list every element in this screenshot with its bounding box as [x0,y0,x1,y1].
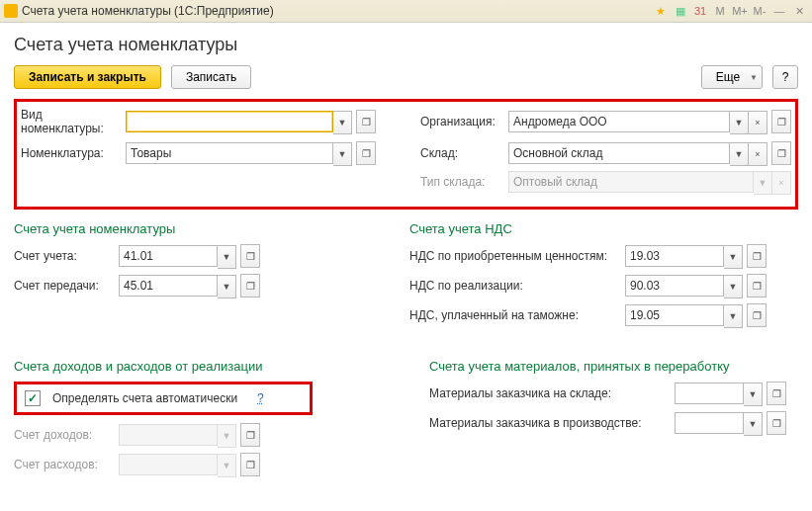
m-icon[interactable]: M [711,3,729,19]
label-vat-acq: НДС по приобретенным ценностям: [409,249,625,263]
page-title: Счета учета номенклатуры [14,35,798,55]
open-icon[interactable]: ❐ [356,141,376,165]
clear-icon[interactable]: × [749,111,767,134]
label-doh: Счет доходов: [14,428,119,442]
input-nomen[interactable]: Товары [126,142,333,164]
label-vid: Вид номенклатуры: [21,108,126,135]
label-org: Организация: [420,115,508,128]
input-peredacha[interactable]: 45.01 [119,275,218,297]
input-mat-sklad[interactable] [675,383,744,404]
section-vat: Счета учета НДС [409,221,798,236]
dropdown-icon[interactable]: ▼ [724,245,743,269]
label-peredacha: Счет передачи: [14,279,119,293]
dropdown-icon: ▼ [218,424,236,448]
label-vat-customs: НДС, уплаченный на таможне: [409,308,625,322]
dropdown-icon[interactable]: ▼ [744,383,763,406]
label-ras: Счет расходов: [14,458,119,471]
label-sklad: Склад: [420,146,508,160]
dropdown-icon[interactable]: ▼ [333,142,352,166]
input-ras [119,454,218,475]
titlebar: Счета учета номенклатуры (1С:Предприятие… [0,0,812,23]
dropdown-icon[interactable]: ▼ [730,142,749,166]
input-vat-acq[interactable]: 19.03 [625,245,724,267]
minimize-icon[interactable]: — [770,3,788,19]
open-icon[interactable]: ❐ [240,274,260,298]
section-accounts: Счета учета номенклатуры [14,221,409,236]
save-button[interactable]: Записать [171,65,251,89]
dropdown-icon[interactable]: ▼ [333,111,352,134]
app-icon [4,4,18,18]
open-icon[interactable]: ❐ [240,423,260,447]
titlebar-actions: ★ ▦ 31 M M+ M- — ✕ [652,3,808,19]
highlight-filters: Вид номенклатуры: ▼ ❐ Организация: Андро… [14,99,798,210]
label-tip: Тип склада: [420,175,508,189]
checkbox-auto[interactable]: ✓ [25,390,41,406]
open-icon[interactable]: ❐ [767,411,786,435]
m-plus-icon[interactable]: M+ [731,3,749,19]
dropdown-icon[interactable]: ▼ [218,275,236,298]
help-link[interactable]: ? [257,391,264,405]
dropdown-icon[interactable]: ▼ [724,304,743,328]
calendar-icon[interactable]: 31 [691,3,709,19]
open-icon[interactable]: ❐ [767,382,786,405]
dropdown-icon[interactable]: ▼ [218,245,236,269]
input-mat-proizv[interactable] [675,412,744,434]
input-vat-customs[interactable]: 19.05 [625,304,724,326]
save-close-button[interactable]: Записать и закрыть [14,65,161,89]
open-icon[interactable]: ❐ [771,141,791,165]
dropdown-icon: ▼ [218,454,236,477]
input-org[interactable]: Андромеда ООО [508,111,730,132]
label-mat-proizv: Материалы заказчика в производстве: [429,416,675,430]
input-vid[interactable] [126,111,333,132]
label-uchet: Счет учета: [14,249,119,263]
help-button[interactable]: ? [772,65,798,89]
input-uchet[interactable]: 41.01 [119,245,218,267]
more-button[interactable]: Еще [701,65,763,89]
open-icon[interactable]: ❐ [747,274,767,298]
label-nomen: Номенклатура: [21,146,126,160]
open-icon[interactable]: ❐ [747,244,767,268]
open-icon[interactable]: ❐ [771,110,791,133]
dropdown-icon[interactable]: ▼ [730,111,749,134]
label-mat-sklad: Материалы заказчика на складе: [429,386,675,400]
m-minus-icon[interactable]: M- [751,3,768,19]
label-auto: Определять счета автоматически [52,391,237,405]
open-icon[interactable]: ❐ [240,244,260,268]
calculator-icon[interactable]: ▦ [672,3,689,19]
open-icon[interactable]: ❐ [356,110,376,133]
clear-icon: × [772,171,791,195]
input-tip: Оптовый склад [508,171,754,193]
dropdown-icon[interactable]: ▼ [724,275,743,298]
section-materials: Счета учета материалов, принятых в перер… [429,359,798,374]
label-vat-real: НДС по реализации: [409,279,625,293]
dropdown-icon[interactable]: ▼ [744,412,763,436]
input-sklad[interactable]: Основной склад [508,142,730,164]
close-icon[interactable]: ✕ [790,3,808,19]
titlebar-text: Счета учета номенклатуры (1С:Предприятие… [22,4,274,18]
dropdown-icon: ▼ [754,171,772,195]
highlight-auto: ✓ Определять счета автоматически ? [14,382,313,415]
open-icon[interactable]: ❐ [240,453,260,476]
favorite-icon[interactable]: ★ [652,3,670,19]
toolbar: Записать и закрыть Записать Еще ? [14,65,798,89]
clear-icon[interactable]: × [749,142,767,166]
input-vat-real[interactable]: 90.03 [625,275,724,297]
open-icon[interactable]: ❐ [747,303,767,327]
section-income: Счета доходов и расходов от реализации [14,359,429,374]
input-doh [119,424,218,446]
